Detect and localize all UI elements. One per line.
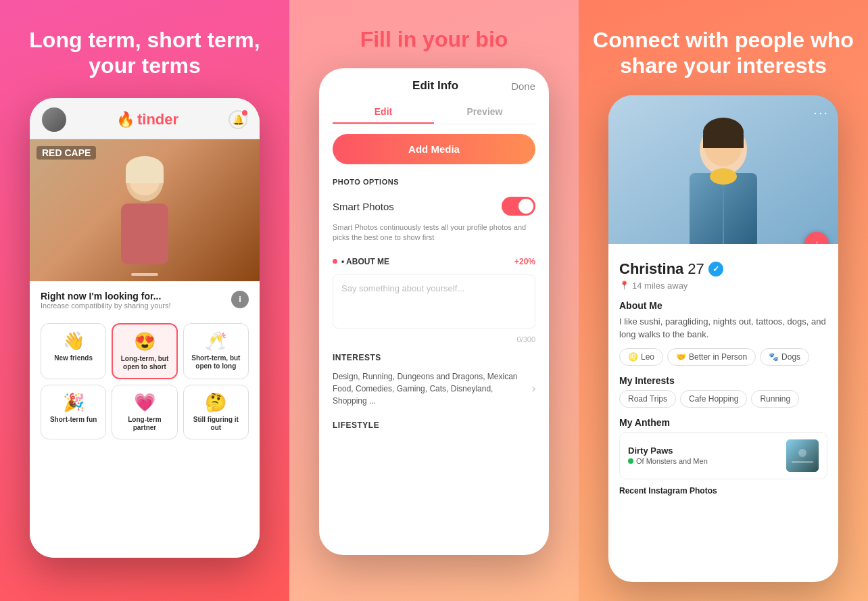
bio-input[interactable]: Say something about yourself... xyxy=(333,274,535,329)
location-text: 14 miles away xyxy=(632,281,688,291)
interests-row[interactable]: Design, Running, Dungeons and Dragons, M… xyxy=(319,366,549,414)
edit-info-title: Edit Info xyxy=(412,79,458,93)
option-long-term-partner[interactable]: 💗 Long-term partner xyxy=(112,385,177,439)
anthem-info: Dirty Paws Of Monsters and Men xyxy=(628,446,708,465)
char-count: 0/300 xyxy=(319,333,549,346)
panel3-headline: Connect with people who share your inter… xyxy=(592,27,854,79)
add-media-button[interactable]: Add Media xyxy=(333,134,535,164)
anthem-artist-row: Of Monsters and Men xyxy=(628,457,708,465)
svg-rect-1 xyxy=(121,203,168,264)
panel-2: Fill in your bio Edit Info Done Edit Pre… xyxy=(289,0,579,601)
new-friends-label: New friends xyxy=(54,354,93,362)
person-photo: RED CAPE xyxy=(30,139,260,281)
handshake-icon: 🤝 xyxy=(676,352,686,362)
long-term-label: Long-term, but open to short xyxy=(117,355,172,371)
long-term-partner-label: Long-term partner xyxy=(116,416,172,432)
location-row: 📍 14 miles away xyxy=(619,281,827,291)
figuring-out-label: Still figuring it out xyxy=(188,416,244,432)
badge-dogs[interactable]: 🐾 Dogs xyxy=(760,348,809,366)
tab-preview[interactable]: Preview xyxy=(434,101,535,124)
dogs-label: Dogs xyxy=(781,352,800,362)
svg-rect-4 xyxy=(126,170,164,183)
figuring-out-emoji: 🤔 xyxy=(205,392,226,413)
panel1-headline: Long term, short term, your terms xyxy=(14,27,276,79)
interest-cafe-hopping[interactable]: Cafe Hopping xyxy=(680,390,747,408)
badge-better-in-person[interactable]: 🤝 Better in Person xyxy=(667,348,756,366)
svg-rect-13 xyxy=(703,135,744,148)
dogs-icon: 🐾 xyxy=(769,352,779,362)
spotify-icon xyxy=(628,458,633,464)
profile-name: Christina xyxy=(619,260,683,278)
toggle-knob xyxy=(519,199,533,214)
svg-rect-16 xyxy=(792,461,813,463)
looking-for-subtitle: Increase compatibility by sharing yours! xyxy=(41,302,171,310)
interest-running[interactable]: Running xyxy=(751,390,799,408)
about-me-pct: +20% xyxy=(514,257,535,266)
panel-3: Connect with people who share your inter… xyxy=(579,0,868,601)
interests-text: Design, Running, Dungeons and Dragons, M… xyxy=(333,370,527,407)
flame-icon: 🔥 xyxy=(116,111,135,128)
svg-point-10 xyxy=(710,168,737,185)
looking-for-block: Right now I'm looking for... Increase co… xyxy=(41,291,171,318)
new-friends-emoji: 👋 xyxy=(63,331,85,352)
interest-road-trips[interactable]: Road Trips xyxy=(619,390,676,408)
tinder-wordmark: tinder xyxy=(137,111,178,128)
tab-row: Edit Preview xyxy=(333,101,535,124)
notification-dot xyxy=(242,110,247,116)
photo-options-label: PHOTO OPTIONS xyxy=(319,174,549,190)
about-me-label: • ABOUT ME xyxy=(333,257,389,266)
anthem-song: Dirty Paws xyxy=(628,446,708,456)
short-term-open-label: Short-term, but open to long xyxy=(188,354,244,370)
smart-photos-toggle[interactable] xyxy=(502,197,535,216)
svg-point-15 xyxy=(798,449,806,457)
option-short-term-open[interactable]: 🥂 Short-term, but open to long xyxy=(183,323,249,379)
option-long-term[interactable]: 😍 Long-term, but open to short xyxy=(112,323,177,379)
smart-photos-label: Smart Photos xyxy=(333,201,394,212)
name-row: Christina 27 ✓ xyxy=(619,260,827,278)
three-dots-menu[interactable]: ··· xyxy=(813,105,829,120)
about-me-title: About Me xyxy=(619,300,827,311)
panel2-headline: Fill in your bio xyxy=(360,27,508,52)
profile-age: 27 xyxy=(688,260,704,278)
bio-placeholder: Say something about yourself... xyxy=(341,283,464,293)
edit-header: Edit Info Done xyxy=(319,68,549,93)
leo-label: Leo xyxy=(641,352,654,362)
anthem-artist-name: Of Monsters and Men xyxy=(636,457,708,465)
phone-mock-1: 🔥 tinder 🔔 RED CAPE xyxy=(30,98,260,558)
option-short-term-fun[interactable]: 🎉 Short-term fun xyxy=(41,385,106,439)
info-row: Right now I'm looking for... Increase co… xyxy=(41,291,249,318)
lifestyle-label: LIFESTYLE xyxy=(319,414,549,433)
tab-edit[interactable]: Edit xyxy=(333,101,434,124)
badge-leo[interactable]: ♌ Leo xyxy=(619,348,663,366)
instagram-label: Recent Instagram Photos xyxy=(619,486,827,496)
short-term-fun-emoji: 🎉 xyxy=(63,392,85,413)
profile-photo: RED CAPE xyxy=(30,139,260,281)
done-button[interactable]: Done xyxy=(511,80,535,92)
swipe-indicator xyxy=(131,273,158,276)
avatar[interactable] xyxy=(42,107,66,132)
notification-bell[interactable]: 🔔 xyxy=(228,110,247,129)
anthem-thumbnail xyxy=(786,439,819,472)
panel-1: Long term, short term, your terms 🔥 tind… xyxy=(0,0,289,601)
chevron-right-icon: › xyxy=(532,383,535,395)
anthem-title: My Anthem xyxy=(619,417,827,428)
interests-title: My Interests xyxy=(619,375,827,386)
bar-sign: RED CAPE xyxy=(37,146,96,160)
profile-photo-svg xyxy=(608,95,838,244)
leo-icon: ♌ xyxy=(628,352,638,362)
short-term-fun-label: Short-term fun xyxy=(50,416,97,424)
info-button[interactable]: i xyxy=(231,291,249,308)
phone-mock-2: Edit Info Done Edit Preview Add Media PH… xyxy=(319,68,549,555)
long-term-emoji: 😍 xyxy=(134,331,155,352)
option-new-friends[interactable]: 👋 New friends xyxy=(41,323,106,379)
pin-icon: 📍 xyxy=(619,281,629,290)
person-silhouette xyxy=(104,149,185,271)
option-figuring-out[interactable]: 🤔 Still figuring it out xyxy=(183,385,249,439)
about-me-row: • ABOUT ME +20% xyxy=(319,250,549,270)
profile-body: Christina 27 ✓ 📍 14 miles away About Me … xyxy=(608,244,838,582)
interests-pills: Road Trips Cafe Hopping Running xyxy=(619,390,827,408)
verified-badge: ✓ xyxy=(708,262,723,277)
long-term-partner-emoji: 💗 xyxy=(134,392,155,413)
looking-for-title: Right now I'm looking for... xyxy=(41,291,171,302)
phone-header-1: 🔥 tinder 🔔 xyxy=(30,98,260,139)
